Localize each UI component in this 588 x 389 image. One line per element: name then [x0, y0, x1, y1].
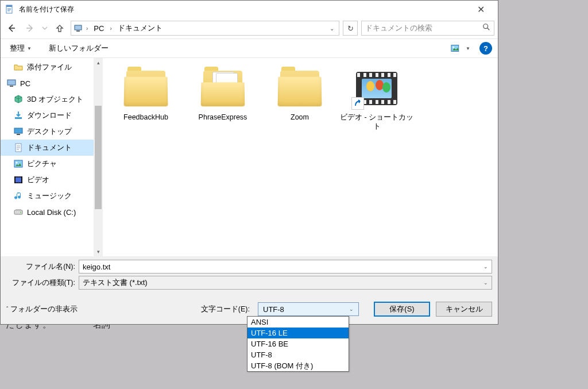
svg-point-12: [452, 47, 454, 48]
title-text: 名前を付けて保存: [19, 5, 468, 14]
file-label: PhraseExpress: [199, 113, 247, 122]
sidebar-item-0[interactable]: 添付ファイル: [1, 59, 94, 75]
encoding-option[interactable]: UTF-8 (BOM 付き): [247, 360, 349, 371]
file-label: ビデオ - ショートカット: [339, 113, 414, 131]
breadcrumb-pc[interactable]: PC: [91, 24, 106, 33]
body: 添付ファイルPC3D オブジェクトダウンロードデスクトップドキュメントピクチャビ…: [1, 58, 498, 256]
cancel-button[interactable]: キャンセル: [436, 302, 492, 317]
svg-rect-17: [17, 134, 20, 135]
organize-button[interactable]: 整理▼: [6, 41, 35, 55]
svg-point-29: [20, 212, 21, 213]
breadcrumb-current[interactable]: ドキュメント: [115, 23, 165, 33]
address-expand[interactable]: ⌄: [327, 25, 336, 32]
scroll-up-icon[interactable]: ▴: [94, 58, 103, 67]
filetype-label: ファイルの種類(T):: [6, 278, 79, 288]
desktop-icon: [13, 126, 24, 137]
encoding-option[interactable]: UTF-16 BE: [247, 338, 349, 349]
field-area: ファイル名(N): keigo.txt⌄ ファイルの種類(T): テキスト文書 …: [1, 256, 498, 294]
sidebar-item-4[interactable]: デスクトップ: [1, 124, 94, 140]
sidebar-item-label: ピクチャ: [27, 159, 57, 169]
filename-input[interactable]: keigo.txt⌄: [79, 260, 492, 274]
sidebar-item-label: デスクトップ: [27, 126, 72, 137]
recent-dropdown[interactable]: [41, 21, 49, 36]
file-item[interactable]: PhraseExpress: [185, 67, 260, 142]
download-icon: [13, 110, 24, 121]
sidebar-item-3[interactable]: ダウンロード: [1, 107, 94, 124]
close-button[interactable]: ✕: [468, 1, 493, 18]
sidebar-item-1[interactable]: PC: [1, 75, 94, 91]
file-label: FeedbackHub: [123, 113, 168, 122]
search-box[interactable]: ドキュメントの検索: [361, 21, 494, 36]
notepad-icon: [5, 5, 14, 14]
toolbar: 整理▼ 新しいフォルダー ▼ ?: [1, 38, 498, 58]
filetype-select[interactable]: テキスト文書 (*.txt)⌄: [79, 276, 492, 290]
encoding-dropdown-list[interactable]: ANSIUTF-16 LEUTF-16 BEUTF-8UTF-8 (BOM 付き…: [247, 316, 349, 372]
document-icon: [13, 142, 24, 153]
folder-icon: [199, 71, 247, 109]
sidebar-item-label: ビデオ: [27, 175, 49, 185]
encoding-option[interactable]: UTF-16 LE: [247, 328, 349, 338]
pc-icon: [74, 24, 83, 33]
svg-point-23: [16, 162, 18, 164]
titlebar: 名前を付けて保存 ✕: [1, 1, 498, 18]
video-shortcut-icon: [353, 71, 401, 109]
encoding-select[interactable]: UTF-8⌄: [258, 302, 359, 316]
svg-rect-16: [14, 128, 22, 133]
sidebar-item-7[interactable]: ビデオ: [1, 172, 94, 188]
file-item[interactable]: FeedbackHub: [109, 67, 183, 142]
svg-rect-13: [7, 80, 16, 85]
chevron-right-icon[interactable]: ›: [84, 25, 90, 32]
svg-rect-8: [76, 30, 80, 32]
shortcut-arrow-icon: [351, 97, 364, 110]
new-folder-button[interactable]: 新しいフォルダー: [45, 41, 112, 55]
chevron-right-icon[interactable]: ›: [107, 25, 114, 32]
navigation-row: › PC › ドキュメント ⌄ ↻ ドキュメントの検索: [1, 18, 498, 38]
encoding-option[interactable]: UTF-8: [247, 349, 349, 360]
sidebar-item-9[interactable]: Local Disk (C:): [1, 204, 94, 220]
up-button[interactable]: [52, 21, 67, 36]
back-button[interactable]: [4, 21, 19, 36]
address-bar[interactable]: › PC › ドキュメント ⌄: [71, 21, 339, 36]
video-icon: [13, 175, 24, 185]
hide-folders-link[interactable]: ˆ フォルダーの非表示: [6, 305, 78, 314]
pictures-icon: [13, 159, 24, 169]
tree-list: 添付ファイルPC3D オブジェクトダウンロードデスクトップドキュメントピクチャビ…: [1, 58, 94, 256]
sidebar-item-label: ミュージック: [27, 191, 72, 201]
sidebar-item-8[interactable]: ミュージック: [1, 188, 94, 204]
refresh-button[interactable]: ↻: [343, 21, 358, 36]
svg-rect-22: [14, 160, 22, 167]
folder-icon: [122, 71, 170, 109]
encoding-label: 文字コード(E):: [201, 305, 252, 314]
file-item[interactable]: Zoom: [262, 67, 337, 142]
svg-rect-25: [16, 178, 21, 182]
sidebar-item-6[interactable]: ピクチャ: [1, 156, 94, 172]
sidebar-item-label: ドキュメント: [27, 142, 72, 153]
forward-button[interactable]: [22, 21, 37, 36]
pc-icon: [6, 78, 17, 88]
filename-label: ファイル名(N):: [6, 262, 79, 272]
file-item[interactable]: ビデオ - ショートカット: [339, 67, 414, 142]
encoding-option[interactable]: ANSI: [247, 317, 349, 328]
sidebar-item-label: PC: [20, 79, 30, 88]
folder-icon: [276, 71, 324, 109]
sidebar-scrollbar[interactable]: ▴ ▾: [94, 58, 103, 256]
scroll-down-icon[interactable]: ▾: [94, 247, 103, 256]
sidebar: 添付ファイルPC3D オブジェクトダウンロードデスクトップドキュメントピクチャビ…: [1, 58, 103, 256]
file-label: Zoom: [291, 113, 309, 122]
svg-rect-15: [15, 117, 22, 119]
disk-icon: [13, 207, 24, 217]
view-button[interactable]: ▼: [447, 42, 474, 55]
sidebar-item-5[interactable]: ドキュメント: [1, 140, 94, 156]
scroll-thumb[interactable]: [95, 106, 102, 209]
help-button[interactable]: ?: [479, 42, 492, 55]
file-pane[interactable]: FeedbackHubPhraseExpressZoomビデオ - ショートカッ…: [103, 58, 498, 256]
music-icon: [13, 191, 24, 201]
sidebar-item-label: ダウンロード: [27, 110, 72, 121]
sidebar-item-label: 添付ファイル: [27, 62, 72, 72]
svg-rect-7: [75, 25, 82, 30]
save-button[interactable]: 保存(S): [374, 302, 430, 317]
save-as-dialog: 名前を付けて保存 ✕ › PC › ドキュメント ⌄ ↻ ドキュメントの検索: [0, 0, 498, 325]
sidebar-item-2[interactable]: 3D オブジェクト: [1, 91, 94, 107]
sidebar-item-label: Local Disk (C:): [27, 208, 76, 217]
svg-rect-30: [16, 209, 21, 211]
